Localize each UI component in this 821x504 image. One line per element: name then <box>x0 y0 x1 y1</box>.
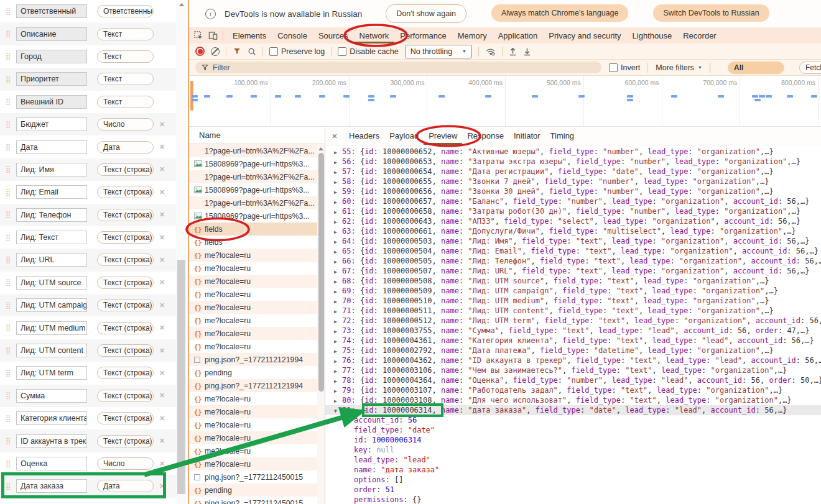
drag-handle-icon[interactable]: ⣿ <box>0 415 16 423</box>
close-icon[interactable]: × <box>325 131 344 141</box>
more-filters-button[interactable]: More filters ▼ <box>656 63 702 72</box>
remove-field-button[interactable]: ✕ <box>159 211 165 219</box>
request-row[interactable]: {}me?locale=ru <box>189 392 317 405</box>
request-row[interactable]: 1?page-url=btn%3A%2F%2Fa... <box>189 196 317 209</box>
field-label-input[interactable]: Сумма <box>16 389 87 403</box>
drag-handle-icon[interactable]: ⣿ <box>0 234 16 242</box>
drag-handle-icon[interactable]: ⣿ <box>0 256 16 264</box>
request-row[interactable]: {}fields <box>189 222 317 236</box>
page-scrollbar[interactable] <box>176 0 187 504</box>
tab-recorder[interactable]: Recorder <box>677 27 721 44</box>
request-row[interactable]: 15808969?page-url=https%3... <box>189 157 317 170</box>
field-label-input[interactable]: Лид: Email <box>16 185 87 199</box>
field-label-input[interactable]: Категория клиента <box>16 411 87 425</box>
json-preview-line[interactable]: ▶68: {id: 10000000508, name: "Лид: UTM s… <box>325 276 821 286</box>
json-property-line[interactable]: id: 10000006314 <box>325 435 821 445</box>
drag-handle-icon[interactable]: ⣿ <box>0 324 16 332</box>
throttling-select[interactable]: No throttling ▼ <box>405 45 472 58</box>
json-preview-line[interactable]: ▶67: {id: 10000000507, name: "Лид: URL",… <box>325 266 821 276</box>
field-label-input[interactable]: Оценка <box>16 457 87 470</box>
tab-application[interactable]: Application <box>493 27 544 44</box>
search-icon[interactable] <box>248 47 256 56</box>
remove-field-button[interactable]: ✕ <box>159 369 165 377</box>
field-label-input[interactable]: Лид: UTM medium <box>16 321 87 335</box>
json-preview-line[interactable]: ▶60: {id: 10000000657, name: "Баланс", f… <box>325 196 821 206</box>
json-preview-line[interactable]: ▶77: {id: 10000003106, name: "Чем вы зан… <box>325 365 821 375</box>
tab-sources[interactable]: Sources <box>313 27 354 44</box>
json-preview-line[interactable]: ▶56: {id: 10000000653, name: "Затраты эк… <box>325 157 821 167</box>
switch-devtools-russian-button[interactable]: Switch DevTools to Russian <box>653 4 769 22</box>
field-label-input[interactable]: ID аккаунта в трекер <box>16 434 87 448</box>
json-preview-line[interactable]: ▶64: {id: 10000000503, name: "Лид: Имя",… <box>325 236 821 246</box>
tab-elements[interactable]: Elements <box>227 27 272 44</box>
remove-field-button[interactable]: ✕ <box>159 415 165 423</box>
checkbox-icon[interactable] <box>338 47 346 56</box>
remove-field-button[interactable]: ✕ <box>159 143 165 151</box>
tab-lighthouse[interactable]: Lighthouse <box>627 27 678 44</box>
json-preview-line[interactable]: ▶73: {id: 10000003755, name: "Сумма", fi… <box>325 326 821 336</box>
request-row[interactable]: ping.json?_=1772112121994 <box>189 353 317 366</box>
request-row[interactable]: {}me?locale=ru <box>189 262 317 275</box>
drag-handle-icon[interactable]: ⣿ <box>0 437 16 445</box>
request-row[interactable]: {}me?locale=ru <box>189 288 317 301</box>
scroll-up-arrow-icon[interactable] <box>179 3 184 6</box>
field-label-input[interactable]: Лид: Имя <box>16 163 87 176</box>
drag-handle-icon[interactable]: ⣿ <box>0 165 16 173</box>
drag-handle-icon[interactable]: ⣿ <box>0 30 16 38</box>
preview-tab-headers[interactable]: Headers <box>344 127 384 145</box>
remove-field-button[interactable]: ✕ <box>159 256 165 264</box>
request-row[interactable]: {}me?locale=ru <box>189 340 317 353</box>
remove-field-button[interactable]: ✕ <box>159 278 165 286</box>
json-preview-line[interactable]: ▼81: {id: 10000006314, name: "дата заказ… <box>325 405 821 415</box>
drag-handle-icon[interactable]: ⣿ <box>0 460 16 468</box>
export-har-icon[interactable] <box>523 47 531 56</box>
json-preview-line[interactable]: ▶80: {id: 10000003108, name: "Для чего и… <box>325 395 821 405</box>
json-property-line[interactable]: account_id: 56 <box>325 415 821 425</box>
drag-handle-icon[interactable]: ⣿ <box>0 211 16 219</box>
json-preview-line[interactable]: ▶75: {id: 10000002792, name: "Дата плате… <box>325 346 821 355</box>
inspect-icon[interactable] <box>194 31 203 40</box>
drag-handle-icon[interactable]: ⣿ <box>0 278 16 286</box>
remove-field-button[interactable]: ✕ <box>159 392 165 400</box>
remove-field-button[interactable]: ✕ <box>159 437 165 445</box>
tab-privacy-and-security[interactable]: Privacy and security <box>543 27 626 44</box>
preview-tab-response[interactable]: Response <box>462 127 509 145</box>
request-row[interactable]: {}ping.json?_=1772112121994 <box>189 379 317 392</box>
page-scrollbar-thumb[interactable] <box>177 260 185 494</box>
drag-handle-icon[interactable]: ⣿ <box>0 301 16 309</box>
field-label-input[interactable]: Лид: URL <box>16 253 87 267</box>
requests-column-header[interactable]: Name <box>189 127 325 144</box>
record-button[interactable] <box>195 47 205 56</box>
json-property-line[interactable]: options: [] <box>325 475 821 485</box>
json-preview-line[interactable]: ▶57: {id: 10000000654, name: "Дата регис… <box>325 167 821 176</box>
drag-handle-icon[interactable]: ⣿ <box>0 143 16 151</box>
checkbox-icon[interactable] <box>269 47 278 56</box>
requests-scrollbar-thumb[interactable] <box>318 153 324 392</box>
request-row[interactable]: 1?page-url=btn%3A%2F%2Fa... <box>189 144 317 157</box>
json-preview-line[interactable]: ▶79: {id: 10000003107, name: "Работодате… <box>325 385 821 395</box>
drag-handle-icon[interactable]: ⣿ <box>0 188 16 196</box>
drag-handle-icon[interactable]: ⣿ <box>0 75 16 83</box>
device-toolbar-icon[interactable] <box>208 31 218 40</box>
drag-handle-icon[interactable]: ⣿ <box>0 392 16 400</box>
request-row[interactable]: {}me?locale=ru <box>189 301 317 314</box>
request-row[interactable]: {}me?locale=ru <box>189 431 317 444</box>
expanded-arrow-icon[interactable]: ▼ <box>334 406 342 416</box>
remove-field-button[interactable]: ✕ <box>159 121 165 129</box>
json-preview-line[interactable]: ▶61: {id: 10000000658, name: "Затраты ро… <box>325 206 821 216</box>
preview-tab-timing[interactable]: Timing <box>545 127 580 145</box>
json-property-line[interactable]: key: null <box>325 445 821 455</box>
scroll-up-arrow-icon[interactable] <box>318 147 323 150</box>
json-property-line[interactable]: name: "дата заказа" <box>325 465 821 475</box>
field-label-input[interactable]: Лид: Телефон <box>16 208 87 222</box>
json-preview-line[interactable]: ▶70: {id: 10000000510, name: "Лид: UTM m… <box>325 296 821 306</box>
request-row[interactable]: {}me?locale=ru <box>189 418 317 431</box>
request-row[interactable]: {}me?locale=ru <box>189 405 317 418</box>
tab-network[interactable]: Network <box>354 27 395 44</box>
match-chrome-language-button[interactable]: Always match Chrome's language <box>491 4 629 22</box>
remove-field-button[interactable]: ✕ <box>159 460 165 468</box>
json-property-line[interactable]: permissions: {} <box>325 495 821 504</box>
request-row[interactable]: {}fields <box>189 236 317 249</box>
field-label-input[interactable]: Лид: UTM source <box>16 276 87 290</box>
field-label-input[interactable]: Дата <box>16 140 87 154</box>
